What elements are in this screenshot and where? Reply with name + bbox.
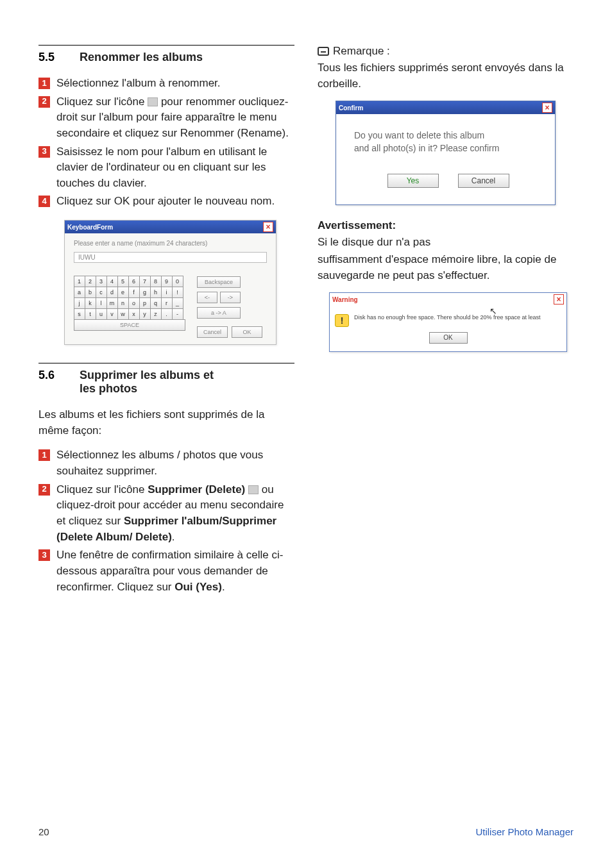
keyboard-body: Please enter a name (maximum 24 characte… [65,233,276,344]
confirm-titlebar: Confirm × [336,101,555,114]
key[interactable]: c [96,287,107,298]
step-4: 4 Cliquez sur OK pour ajouter le nouveau… [38,194,294,210]
key[interactable]: j [74,297,85,309]
arrow-left-key[interactable]: <- [197,292,217,303]
key[interactable]: s [74,308,85,320]
step-1: 1 Sélectionnez l'album à renommer. [38,76,294,92]
key[interactable]: 3 [96,276,107,287]
step-2: 2 Cliquez sur l'icône Supprimer (Delete)… [38,482,294,546]
yes-button[interactable]: Yes [387,174,439,188]
close-icon[interactable]: × [263,222,273,232]
keyboard-rows: 1234567890 abcdefghi! jklmnopqr_ stuvwxy… [74,276,267,338]
key[interactable]: a [74,287,85,298]
page-number: 20 [38,826,49,837]
key[interactable]: n [117,297,129,309]
key[interactable]: ! [172,287,183,298]
key[interactable]: d [106,287,118,298]
step-text: Sélectionnez les albums / photos que vou… [56,447,294,479]
step-text: Cliquez sur OK pour ajouter le nouveau n… [56,194,294,210]
key[interactable]: l [96,297,107,309]
left-column: 5.5 Renommer les albums 1 Sélectionnez l… [38,45,294,603]
space-key[interactable]: SPACE [74,319,185,331]
key[interactable]: z [150,308,162,320]
key[interactable]: y [139,308,151,320]
section-title: Supprimer les albums et les photos [80,369,294,396]
step-badge: 2 [38,484,50,496]
note-label: Remarque : [333,45,390,58]
confirm-body: Do you want to delete this album and all… [336,114,555,204]
key[interactable]: g [139,287,151,298]
keyboard-side: Backspace <- -> a -> A Cancel OK [197,276,262,338]
close-icon[interactable]: × [554,294,564,305]
key[interactable]: 1 [74,276,85,287]
key[interactable]: m [106,297,118,309]
key[interactable]: . [161,308,173,320]
title-line1: Supprimer les albums et [80,369,214,381]
keyboard-input[interactable]: IUWU [74,252,267,263]
keyboard-grid: 1234567890 abcdefghi! jklmnopqr_ stuvwxy… [74,276,185,338]
note-heading: Remarque : [318,45,574,58]
ok-button[interactable]: OK [232,326,262,338]
key[interactable]: w [117,308,129,320]
key[interactable]: q [150,297,162,309]
cursor-icon: ↖ [489,308,497,313]
step-text: Sélectionnez l'album à renommer. [56,76,294,92]
key[interactable]: u [96,308,107,320]
arrow-right-key[interactable]: -> [220,292,241,303]
key[interactable]: 2 [85,276,96,287]
key[interactable]: 7 [139,276,151,287]
step-badge: 2 [38,96,50,108]
close-icon[interactable]: × [542,103,552,113]
warning-heading: Avertissement: [318,219,574,232]
heading-5-6: 5.6 Supprimer les albums et les photos [38,369,294,396]
key[interactable]: v [106,308,118,320]
key[interactable]: f [128,287,140,298]
steps-5-6: 1 Sélectionnez les albums / photos que v… [38,447,294,595]
key[interactable]: 6 [128,276,140,287]
cancel-button[interactable]: Cancel [458,174,509,188]
step-1: 1 Sélectionnez les albums / photos que v… [38,447,294,479]
key[interactable]: _ [172,297,183,309]
title-line2: les photos [80,382,137,395]
shift-key[interactable]: a -> A [197,307,241,319]
step-3: 3 Une fenêtre de confirmation similaire … [38,547,294,595]
section-rule-5-6 [38,363,294,363]
key[interactable]: b [85,287,96,298]
steps-5-5: 1 Sélectionnez l'album à renommer. 2 Cli… [38,76,294,210]
ok-button[interactable]: OK [429,332,468,344]
key[interactable]: x [128,308,140,320]
page-footer: 20 Utiliser Photo Manager [38,826,574,837]
warning-dialog: Warning × ↖ ! Disk has no enough free sp… [329,292,567,351]
key[interactable]: p [139,297,151,309]
section-number: 5.6 [38,369,80,396]
backspace-key[interactable]: Backspace [197,276,241,288]
cancel-button[interactable]: Cancel [197,326,228,338]
keyboard-dialog: KeyboardForm × Please enter a name (maxi… [64,220,276,345]
key[interactable]: - [172,308,183,320]
confirm-dialog: Confirm × Do you want to delete this alb… [336,101,556,205]
step-badge: 1 [38,449,50,461]
key[interactable]: 9 [161,276,173,287]
key[interactable]: k [85,297,96,309]
right-column: Remarque : Tous les fichiers supprimés s… [318,45,574,603]
key[interactable]: 0 [172,276,183,287]
key[interactable]: o [128,297,140,309]
key[interactable]: h [150,287,162,298]
warning-titlebar: Warning × [330,293,566,306]
key[interactable]: 8 [150,276,162,287]
key[interactable]: e [117,287,129,298]
chapter-name: Utiliser Photo Manager [475,826,574,837]
note-body: Tous les fichiers supprimés seront envoy… [318,60,574,92]
step-badge: 3 [38,549,50,561]
warning-message: Disk has no enough free space. There sho… [354,314,561,321]
key[interactable]: 4 [106,276,118,287]
key[interactable]: r [161,297,173,309]
section-rule-5-5 [38,45,294,46]
warning-body-l2: suffisamment d'espace mémoire libre, la … [318,252,574,283]
key[interactable]: i [161,287,173,298]
warning-body: ↖ ! Disk has no enough free space. There… [330,306,566,351]
delete-icon [248,485,259,494]
key[interactable]: 5 [117,276,129,287]
key[interactable]: t [85,308,96,320]
confirm-buttons: Yes Cancel [354,174,542,188]
